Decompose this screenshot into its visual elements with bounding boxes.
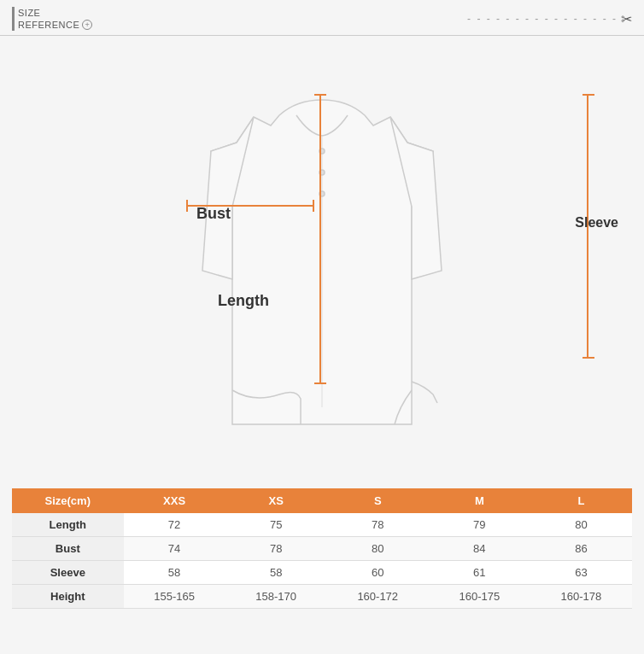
bust-label: Bust	[196, 205, 231, 223]
row-cell: 80	[327, 536, 429, 560]
sleeve-line-top-cap	[583, 94, 594, 96]
header-title-block: SIZE REFERENCE +	[18, 7, 92, 32]
col-header-m: M	[429, 488, 530, 513]
header-right-decoration: - - - - - - - - - - - - - - - - ✂	[467, 11, 632, 27]
row-cell: 86	[530, 536, 632, 560]
col-header-xs: XS	[225, 488, 327, 513]
col-header-s: S	[327, 488, 429, 513]
row-label: Height	[12, 584, 124, 608]
row-cell: 72	[124, 513, 225, 537]
table-row: Length7275787980	[12, 513, 632, 537]
row-cell: 60	[327, 560, 429, 584]
header-left: SIZE REFERENCE +	[12, 7, 92, 32]
row-cell: 160-175	[429, 584, 530, 608]
table-body: Length7275787980Bust7478808486Sleeve5858…	[12, 513, 632, 609]
length-label: Length	[218, 292, 269, 310]
row-label: Bust	[12, 536, 124, 560]
row-cell: 58	[124, 560, 225, 584]
row-cell: 58	[225, 560, 327, 584]
table-row: Height155-165158-170160-172160-175160-17…	[12, 584, 632, 608]
table-header-row: Size(cm) XXS XS S M L	[12, 488, 632, 513]
scissors-icon: ✂	[621, 11, 632, 27]
garment-illustration-area: Bust Length Sleeve	[0, 36, 644, 488]
row-cell: 155-165	[124, 584, 225, 608]
row-cell: 80	[530, 513, 632, 537]
add-reference-button[interactable]: +	[82, 20, 92, 30]
col-header-size: Size(cm)	[12, 488, 124, 513]
col-header-xxs: XXS	[124, 488, 225, 513]
row-cell: 160-172	[327, 584, 429, 608]
row-cell: 78	[225, 536, 327, 560]
header-bar-decoration	[12, 7, 15, 31]
row-cell: 63	[530, 560, 632, 584]
row-cell: 84	[429, 536, 530, 560]
row-cell: 79	[429, 513, 530, 537]
size-table-wrapper: Size(cm) XXS XS S M L Length7275787980Bu…	[0, 488, 644, 617]
col-header-l: L	[530, 488, 632, 513]
row-cell: 61	[429, 560, 530, 584]
header-title-line1: SIZE	[18, 7, 92, 19]
dashed-line-decoration: - - - - - - - - - - - - - - - -	[467, 13, 618, 25]
row-label: Sleeve	[12, 560, 124, 584]
row-label: Length	[12, 513, 124, 537]
size-reference-panel: SIZE REFERENCE + - - - - - - - - - - - -…	[0, 0, 644, 654]
shirt-illustration	[168, 66, 476, 458]
table-row: Sleeve5858606163	[12, 560, 632, 584]
row-cell: 74	[124, 536, 225, 560]
row-cell: 160-178	[530, 584, 632, 608]
length-line-bottom-cap	[314, 382, 326, 384]
table-row: Bust7478808486	[12, 536, 632, 560]
row-cell: 158-170	[225, 584, 327, 608]
sleeve-line-bottom-cap	[583, 357, 594, 359]
header-title-line2: REFERENCE +	[18, 19, 92, 31]
length-line-vertical	[319, 94, 321, 384]
bust-line-right-cap	[313, 200, 314, 212]
panel-header: SIZE REFERENCE + - - - - - - - - - - - -…	[0, 0, 644, 36]
sleeve-label: Sleeve	[575, 215, 618, 231]
size-table: Size(cm) XXS XS S M L Length7275787980Bu…	[12, 488, 632, 609]
row-cell: 75	[225, 513, 327, 537]
row-cell: 78	[327, 513, 429, 537]
